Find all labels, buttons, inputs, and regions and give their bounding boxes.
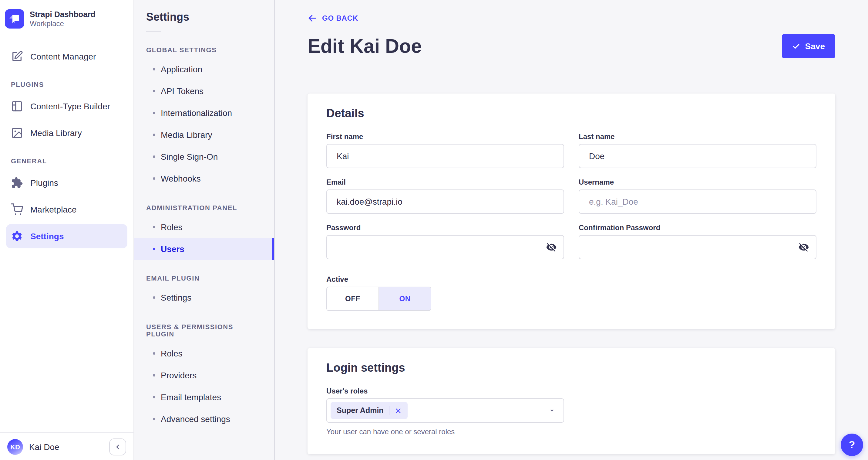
roles-hint-text: Your user can have one or several roles	[326, 428, 816, 436]
toggle-password-visibility-button[interactable]	[546, 242, 557, 253]
subnav-item-single-sign-on[interactable]: Single Sign-On	[134, 146, 274, 168]
image-icon	[11, 127, 23, 139]
users-roles-select[interactable]: Super Admin	[326, 398, 564, 423]
subnav-title: Settings	[134, 11, 274, 24]
arrow-left-icon	[308, 13, 317, 23]
first-name-label: First name	[326, 133, 564, 141]
subnav-item-admin-roles[interactable]: Roles	[134, 216, 274, 238]
subnav-section-label: EMAIL PLUGIN	[134, 275, 274, 282]
user-avatar[interactable]: KD	[7, 439, 23, 455]
subnav-section-label: GLOBAL SETTINGS	[134, 46, 274, 53]
login-settings-card: Login settings User's roles Super Admin	[308, 348, 835, 454]
subnav-item-up-roles[interactable]: Roles	[134, 343, 274, 364]
subnav-section-users-permissions-plugin: USERS & PERMISSIONS PLUGIN Roles Provide…	[134, 323, 274, 430]
subnav-item-internationalization[interactable]: Internationalization	[134, 102, 274, 124]
role-tag-super-admin: Super Admin	[331, 402, 408, 419]
nav-item-label: Media Library	[30, 128, 82, 138]
go-back-link[interactable]: GO BACK	[308, 13, 358, 23]
user-name: Kai Doe	[29, 442, 103, 452]
workspace-brand[interactable]: Strapi Dashboard Workplace	[0, 0, 133, 38]
subnav-item-webhooks[interactable]: Webhooks	[134, 168, 274, 190]
last-name-field-group: Last name	[579, 133, 816, 168]
email-label: Email	[326, 178, 564, 186]
password-label: Password	[326, 224, 564, 232]
nav-item-plugins[interactable]: Plugins	[6, 171, 127, 195]
eye-off-icon	[798, 242, 809, 253]
cart-icon	[11, 203, 23, 215]
puzzle-icon	[11, 177, 23, 189]
nav-item-label: Content Manager	[30, 52, 96, 61]
confirmation-password-input[interactable]	[579, 235, 816, 259]
subnav-item-up-advanced-settings[interactable]: Advanced settings	[134, 408, 274, 430]
subnav-item-up-providers[interactable]: Providers	[134, 364, 274, 386]
subnav-item-up-email-templates[interactable]: Email templates	[134, 386, 274, 408]
password-input[interactable]	[326, 235, 564, 259]
collapse-sidebar-button[interactable]	[109, 438, 126, 455]
nav-item-content-manager[interactable]: Content Manager	[6, 44, 127, 68]
subnav-section-label: USERS & PERMISSIONS PLUGIN	[134, 323, 274, 338]
nav-item-marketplace[interactable]: Marketplace	[6, 197, 127, 222]
remove-role-icon[interactable]	[395, 407, 402, 414]
users-roles-label: User's roles	[326, 387, 816, 395]
save-button-label: Save	[805, 41, 825, 51]
nav-item-media-library[interactable]: Media Library	[6, 121, 127, 145]
subnav-item-application[interactable]: Application	[134, 58, 274, 80]
subnav-item-api-tokens[interactable]: API Tokens	[134, 80, 274, 102]
nav-item-label: Plugins	[30, 178, 58, 188]
main-content: GO BACK Edit Kai Doe Save Details	[275, 0, 868, 460]
active-toggle: OFF ON	[326, 287, 431, 311]
tag-divider	[389, 406, 390, 415]
go-back-label: GO BACK	[322, 14, 358, 23]
subnav-section-email-plugin: EMAIL PLUGIN Settings	[134, 275, 274, 309]
subnav-section-global-settings: GLOBAL SETTINGS Application API Tokens I…	[134, 46, 274, 190]
password-field-group: Password	[326, 224, 564, 259]
confirmation-password-field-group: Confirmation Password	[579, 224, 816, 259]
active-label: Active	[326, 275, 816, 284]
nav-item-content-type-builder[interactable]: Content-Type Builder	[6, 94, 127, 118]
active-toggle-off[interactable]: OFF	[327, 287, 379, 310]
layout-icon	[11, 100, 23, 112]
chevron-down-icon	[548, 406, 556, 415]
nav-item-label: Content-Type Builder	[30, 102, 110, 111]
page-header: Edit Kai Doe Save	[308, 34, 835, 58]
last-name-input[interactable]	[579, 144, 816, 168]
username-input[interactable]	[579, 190, 816, 214]
active-field-group: Active OFF ON	[326, 275, 816, 311]
subnav-item-admin-users[interactable]: Users	[134, 238, 274, 260]
settings-subnav: Settings GLOBAL SETTINGS Application API…	[134, 0, 275, 460]
strapi-logo-icon	[5, 9, 24, 29]
sidebar-footer: KD Kai Doe	[0, 432, 133, 460]
subnav-item-email-settings[interactable]: Settings	[134, 287, 274, 309]
role-tag-label: Super Admin	[337, 406, 384, 415]
active-toggle-on[interactable]: ON	[379, 287, 431, 310]
username-label: Username	[579, 178, 816, 186]
details-field-grid: First name Last name Email	[326, 133, 816, 259]
subnav-section-label: ADMINISTRATION PANEL	[134, 204, 274, 211]
chevron-left-icon	[114, 443, 121, 450]
first-name-input[interactable]	[326, 144, 564, 168]
main-nav-list: Content Manager PLUGINS Content-Type Bui…	[0, 38, 133, 432]
nav-item-label: Marketplace	[30, 205, 77, 214]
subnav-section-administration-panel: ADMINISTRATION PANEL Roles Users	[134, 204, 274, 260]
toggle-confirmation-password-visibility-button[interactable]	[798, 242, 809, 253]
gear-icon	[11, 230, 23, 242]
subnav-item-media-library[interactable]: Media Library	[134, 124, 274, 146]
check-icon	[793, 42, 800, 50]
nav-section-plugins: PLUGINS	[6, 81, 127, 88]
email-input[interactable]	[326, 190, 564, 214]
help-button[interactable]: ?	[841, 434, 863, 456]
username-field-group: Username	[579, 178, 816, 214]
workspace-title: Strapi Dashboard	[30, 9, 96, 19]
nav-item-label: Settings	[30, 231, 64, 241]
brand-text: Strapi Dashboard Workplace	[30, 9, 96, 28]
main-sidebar: Strapi Dashboard Workplace Content Manag…	[0, 0, 134, 460]
email-field-group: Email	[326, 178, 564, 214]
confirmation-password-label: Confirmation Password	[579, 224, 816, 232]
nav-item-settings[interactable]: Settings	[6, 224, 127, 248]
eye-off-icon	[546, 242, 557, 253]
feather-pen-icon	[11, 50, 23, 62]
workspace-subtitle: Workplace	[30, 19, 96, 28]
nav-section-general: GENERAL	[6, 157, 127, 165]
save-button[interactable]: Save	[782, 34, 835, 58]
last-name-label: Last name	[579, 133, 816, 141]
